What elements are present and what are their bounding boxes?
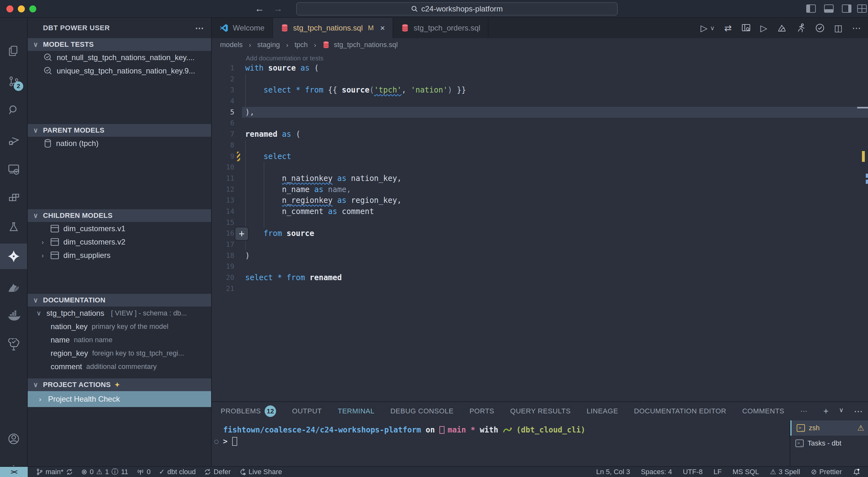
- code-line[interactable]: 6: [212, 118, 868, 129]
- doc-model-row[interactable]: ∨ stg_tpch_nations [ VIEW ] - schema : d…: [28, 307, 211, 320]
- chevron-down-icon[interactable]: ∨: [35, 309, 42, 317]
- breadcrumb-item[interactable]: tpch: [294, 41, 308, 49]
- dbt-logo-icon[interactable]: [0, 275, 27, 300]
- history-forward-icon[interactable]: →: [273, 3, 283, 14]
- doc-column-row[interactable]: name nation name: [28, 333, 211, 347]
- doc-column-row[interactable]: comment additional commentary: [28, 360, 211, 373]
- code-line[interactable]: 15: [212, 217, 868, 228]
- status-encoding[interactable]: UTF-8: [683, 468, 703, 476]
- status-cursor-position[interactable]: Ln 5, Col 3: [596, 468, 630, 476]
- run-model-runner-icon[interactable]: [796, 23, 806, 33]
- doc-column-row[interactable]: region_key foreign key to stg_tpch_regi.…: [28, 347, 211, 360]
- tab-debug-console[interactable]: DEBUG CONSOLE: [391, 407, 454, 415]
- code-line[interactable]: 7renamed as (: [212, 129, 868, 140]
- lineage-swap-icon[interactable]: ⇄: [724, 23, 732, 33]
- extensions-icon[interactable]: [0, 185, 27, 210]
- status-eol[interactable]: LF: [714, 468, 722, 476]
- code-line[interactable]: 5),: [212, 107, 868, 118]
- dbt-power-user-icon[interactable]: [0, 244, 27, 269]
- child-model-item[interactable]: › dim_customers.v2: [28, 235, 211, 249]
- status-spell[interactable]: ⚠3 Spell: [770, 468, 800, 476]
- run-debug-icon[interactable]: [0, 127, 27, 152]
- build-check-icon[interactable]: [815, 23, 825, 33]
- terminal-instance-zsh[interactable]: >_ zsh ⚠: [790, 420, 868, 436]
- status-live-share[interactable]: Live Share: [239, 468, 282, 476]
- code-line[interactable]: 2: [212, 74, 868, 85]
- code-line[interactable]: 11 n_nationkey as nation_key,: [212, 173, 868, 184]
- tab-stg-tpch-orders[interactable]: stg_tpch_orders.sql: [393, 18, 489, 38]
- account-icon[interactable]: [0, 426, 27, 451]
- dbt-docs-icon[interactable]: [777, 23, 786, 33]
- breadcrumb-item[interactable]: stg_tpch_nations.sql: [334, 41, 398, 49]
- status-language[interactable]: MS SQL: [732, 468, 759, 476]
- docker-icon[interactable]: [0, 303, 27, 329]
- section-model-tests[interactable]: ∨ MODEL TESTS: [28, 38, 211, 51]
- explorer-icon[interactable]: [0, 38, 27, 64]
- breadcrumb-item[interactable]: staging: [257, 41, 280, 49]
- section-children-models[interactable]: ∨ CHILDREN MODELS: [28, 209, 211, 222]
- code-line[interactable]: 18): [212, 250, 868, 262]
- status-dbt-cloud[interactable]: ✓ dbt cloud: [159, 468, 196, 476]
- gutter-plus-button[interactable]: +: [235, 227, 249, 241]
- code-line[interactable]: 16+ from source: [212, 228, 868, 239]
- notifications-bell-icon[interactable]: [853, 468, 860, 476]
- tab-query-results[interactable]: QUERY RESULTS: [510, 407, 570, 415]
- remote-explorer-icon[interactable]: [0, 157, 27, 182]
- terminal-profile-chevron-icon[interactable]: ∨: [839, 406, 844, 417]
- terminal-instance-tasks-dbt[interactable]: >_ Tasks - dbt: [790, 436, 868, 451]
- status-defer[interactable]: Defer: [204, 468, 231, 476]
- toggle-sidebar-icon[interactable]: [806, 4, 816, 13]
- source-control-icon[interactable]: 2: [0, 69, 27, 94]
- tab-welcome[interactable]: Welcome: [212, 18, 273, 38]
- status-ports[interactable]: 0: [136, 468, 151, 476]
- status-indentation[interactable]: Spaces: 4: [641, 468, 672, 476]
- remote-indicator[interactable]: ><: [0, 467, 28, 477]
- code-line[interactable]: 19: [212, 261, 868, 272]
- panel-tabs-overflow-icon[interactable]: ⋯: [800, 407, 807, 415]
- tab-lineage[interactable]: LINEAGE: [587, 407, 618, 415]
- code-line[interactable]: 1with source as (: [212, 63, 868, 74]
- terminal-input-line[interactable]: ○ >: [212, 436, 790, 447]
- code-line[interactable]: 10: [212, 162, 868, 173]
- code-line[interactable]: 4: [212, 96, 868, 107]
- code-line[interactable]: 17: [212, 239, 868, 250]
- model-test-item[interactable]: unique_stg_tpch_nations_nation_key.9...: [28, 64, 211, 77]
- terminal[interactable]: fishtown/coalesce-24/c24-workshops-platf…: [212, 420, 790, 466]
- chevron-right-icon[interactable]: ›: [39, 238, 46, 246]
- search-icon[interactable]: [0, 97, 27, 123]
- child-model-item[interactable]: › dim_suppliers: [28, 249, 211, 262]
- tab-documentation-editor[interactable]: DOCUMENTATION EDITOR: [634, 407, 726, 415]
- chevron-right-icon[interactable]: ›: [39, 251, 46, 259]
- child-model-item[interactable]: dim_customers.v1: [28, 222, 211, 235]
- run-dropdown-chevron-icon[interactable]: ∨: [710, 24, 715, 32]
- code-line[interactable]: 12 n_name as name,: [212, 184, 868, 195]
- tab-ports[interactable]: PORTS: [469, 407, 494, 415]
- status-prettier[interactable]: ⊘Prettier: [811, 468, 842, 476]
- execute-query-icon[interactable]: ▷: [761, 23, 767, 33]
- tab-stg-tpch-nations[interactable]: stg_tpch_nations.sql M ×: [273, 18, 393, 38]
- todo-tree-icon[interactable]: [0, 332, 27, 357]
- breadcrumb-item[interactable]: models: [220, 41, 243, 49]
- codelens-link[interactable]: Add documentation or tests: [212, 52, 868, 63]
- panel-more-icon[interactable]: ⋯: [854, 406, 863, 417]
- code-line[interactable]: 20select * from renamed: [212, 272, 868, 283]
- section-documentation[interactable]: ∨ DOCUMENTATION: [28, 294, 211, 307]
- section-project-actions[interactable]: ∨ PROJECT ACTIONS ✦: [28, 378, 211, 391]
- close-window-button[interactable]: [6, 5, 13, 12]
- code-line[interactable]: 13 n_regionkey as region_key,: [212, 195, 868, 206]
- tab-terminal[interactable]: TERMINAL: [338, 407, 374, 415]
- code-editor[interactable]: Add documentation or tests 1with source …: [212, 52, 868, 401]
- tab-comments[interactable]: COMMENTS: [742, 407, 784, 415]
- status-branch[interactable]: main*: [36, 468, 73, 476]
- more-actions-icon[interactable]: ⋯: [852, 23, 861, 33]
- code-line[interactable]: 21: [212, 283, 868, 295]
- command-center-search[interactable]: c24-workshops-platform: [296, 2, 618, 15]
- query-preview-icon[interactable]: [741, 23, 751, 33]
- customize-layout-icon[interactable]: [857, 4, 867, 13]
- code-line[interactable]: 14 n_comment as comment: [212, 206, 868, 217]
- project-health-check-item[interactable]: › Project Health Check: [28, 391, 211, 407]
- code-line[interactable]: 3 select * from {{ source('tpch', 'natio…: [212, 84, 868, 96]
- tab-problems[interactable]: PROBLEMS12: [221, 405, 276, 417]
- parent-model-item[interactable]: nation (tpch): [28, 137, 211, 150]
- minimize-window-button[interactable]: [18, 5, 25, 12]
